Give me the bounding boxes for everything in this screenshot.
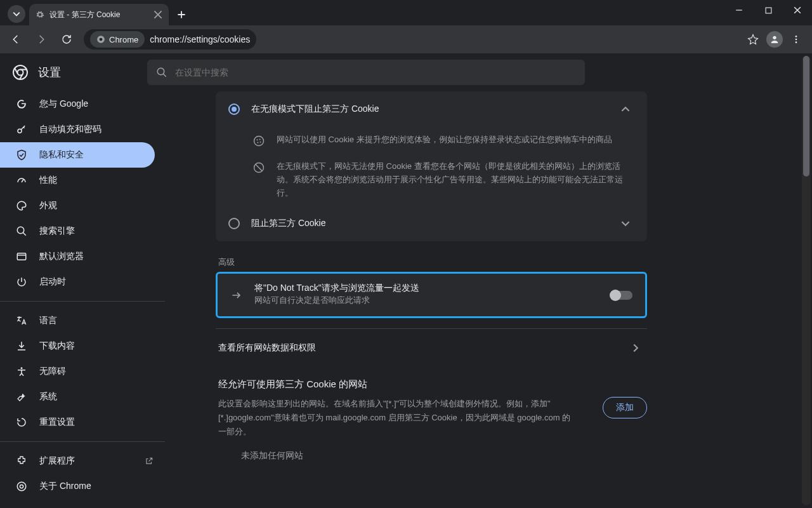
chevron-down-icon — [13, 10, 20, 18]
power-icon — [15, 276, 28, 288]
sidebar-item-about[interactable]: 关于 Chrome — [0, 474, 165, 499]
chevron-up-icon — [621, 105, 630, 114]
svg-point-13 — [21, 367, 23, 369]
sidebar-item-system[interactable]: 系统 — [0, 384, 165, 410]
block-icon — [252, 161, 265, 174]
search-icon — [15, 225, 28, 237]
sidebar-item-search-engine[interactable]: 搜索引擎 — [0, 218, 165, 244]
svg-rect-0 — [766, 8, 771, 13]
bookmark-button[interactable] — [742, 29, 764, 50]
translate-icon — [15, 314, 28, 327]
dnt-title: 将"Do Not Track"请求与浏览流量一起发送 — [254, 283, 599, 294]
view-all-site-data-row[interactable]: 查看所有网站数据和权限 — [216, 328, 647, 367]
reload-button[interactable] — [56, 29, 77, 50]
svg-point-3 — [773, 36, 776, 39]
settings-search[interactable] — [147, 60, 585, 85]
forward-button[interactable] — [30, 29, 52, 50]
do-not-track-card: 将"Do Not Track"请求与浏览流量一起发送 网站可自行决定是否响应此请… — [216, 272, 647, 318]
chrome-logo-icon — [13, 65, 28, 80]
settings-sidebar: 您与 Google 自动填充和密码 隐私和安全 性能 外观 搜索引擎 默认浏览器… — [0, 53, 165, 508]
option-detail-2: 在无痕模式下，网站无法使用 Cookie 查看您在各个网站（即使是彼此相关的网站… — [216, 154, 647, 206]
chevron-right-icon — [627, 339, 645, 357]
sidebar-item-appearance[interactable]: 外观 — [0, 193, 165, 218]
vertical-scrollbar[interactable] — [802, 56, 811, 505]
window-controls — [724, 0, 812, 25]
svg-point-11 — [17, 227, 24, 234]
titlebar: 设置 - 第三方 Cookie — [0, 0, 812, 25]
accessibility-icon — [15, 365, 28, 378]
sidebar-item-extensions[interactable]: 扩展程序 — [0, 448, 165, 474]
sidebar-item-languages[interactable]: 语言 — [0, 308, 165, 333]
omnibox[interactable]: Chrome chrome://settings/cookies — [84, 29, 256, 50]
dnt-subtitle: 网站可自行决定是否响应此请求 — [254, 294, 599, 307]
send-icon — [230, 289, 243, 302]
profile-button[interactable] — [766, 31, 783, 48]
close-icon[interactable] — [154, 10, 162, 19]
shield-icon — [15, 149, 28, 161]
svg-point-14 — [17, 482, 26, 491]
reset-icon — [15, 416, 28, 429]
speedometer-icon — [15, 174, 28, 187]
search-icon — [156, 67, 167, 78]
svg-point-6 — [796, 41, 797, 43]
maximize-button[interactable] — [754, 0, 783, 20]
app-title: 设置 — [38, 65, 61, 80]
allowed-sites-section: 经允许可使用第三方 Cookie 的网站 此设置会影响这里列出的网站。在域名前插… — [216, 367, 647, 468]
gear-icon — [36, 10, 44, 19]
sidebar-item-default-browser[interactable]: 默认浏览器 — [0, 244, 165, 269]
svg-point-19 — [257, 142, 258, 144]
add-site-button[interactable]: 添加 — [603, 397, 647, 418]
chrome-icon — [15, 480, 28, 493]
minimize-button[interactable] — [724, 0, 754, 20]
sidebar-item-accessibility[interactable]: 无障碍 — [0, 359, 165, 384]
key-icon — [15, 123, 28, 136]
collapse-button[interactable] — [617, 100, 634, 118]
close-window-button[interactable] — [783, 0, 812, 20]
do-not-track-row[interactable]: 将"Do Not Track"请求与浏览流量一起发送 网站可自行决定是否响应此请… — [218, 274, 645, 316]
sidebar-item-you-and-google[interactable]: 您与 Google — [0, 91, 165, 117]
svg-point-20 — [260, 142, 261, 143]
sidebar-item-performance[interactable]: 性能 — [0, 168, 165, 193]
back-button[interactable] — [5, 29, 27, 50]
tab-title: 设置 - 第三方 Cookie — [49, 10, 120, 20]
svg-point-5 — [796, 39, 797, 41]
svg-point-15 — [20, 485, 23, 488]
chrome-icon — [96, 35, 105, 44]
browser-toolbar: Chrome chrome://settings/cookies — [0, 25, 812, 53]
settings-header: 设置 — [0, 53, 812, 91]
settings-search-input[interactable] — [175, 67, 576, 77]
svg-point-9 — [157, 68, 164, 75]
paint-icon — [15, 199, 28, 212]
allowed-sites-title: 经允许可使用第三方 Cookie 的网站 — [218, 378, 645, 391]
sidebar-item-reset[interactable]: 重置设置 — [0, 410, 165, 435]
dnt-toggle[interactable] — [611, 291, 632, 300]
radio-unselected-icon[interactable] — [228, 218, 240, 229]
allowed-sites-desc: 此设置会影响这里列出的网站。在域名前插入"[*.]"可以为整个域创建例外情况。例… — [218, 397, 573, 439]
sidebar-item-autofill[interactable]: 自动填充和密码 — [0, 117, 165, 142]
svg-point-17 — [257, 139, 258, 140]
cookie-icon — [252, 135, 265, 147]
site-chip[interactable]: Chrome — [90, 31, 145, 48]
option-block-incognito[interactable]: 在无痕模式下阻止第三方 Cookie — [216, 91, 647, 127]
tab-search-button[interactable] — [8, 5, 25, 23]
google-g-icon — [15, 98, 28, 110]
svg-point-10 — [18, 129, 22, 133]
option-block-all-third-party[interactable]: 阻止第三方 Cookie — [216, 206, 647, 241]
radio-selected-icon[interactable] — [228, 104, 240, 115]
chevron-down-icon — [621, 219, 630, 228]
kebab-icon — [791, 34, 801, 44]
new-tab-button[interactable] — [173, 6, 190, 23]
svg-point-2 — [100, 38, 103, 41]
advanced-label: 高级 — [216, 251, 647, 272]
sidebar-item-downloads[interactable]: 下载内容 — [0, 333, 165, 359]
person-icon — [769, 34, 780, 44]
sidebar-item-privacy[interactable]: 隐私和安全 — [0, 142, 155, 168]
sidebar-item-on-startup[interactable]: 启动时 — [0, 269, 165, 295]
svg-point-4 — [796, 36, 797, 37]
svg-point-16 — [254, 137, 264, 146]
menu-button[interactable] — [785, 29, 807, 50]
expand-button[interactable] — [617, 215, 634, 232]
browser-tab[interactable]: 设置 - 第三方 Cookie — [29, 4, 169, 25]
external-link-icon — [145, 457, 154, 465]
empty-list-text: 未添加任何网站 — [216, 439, 647, 468]
